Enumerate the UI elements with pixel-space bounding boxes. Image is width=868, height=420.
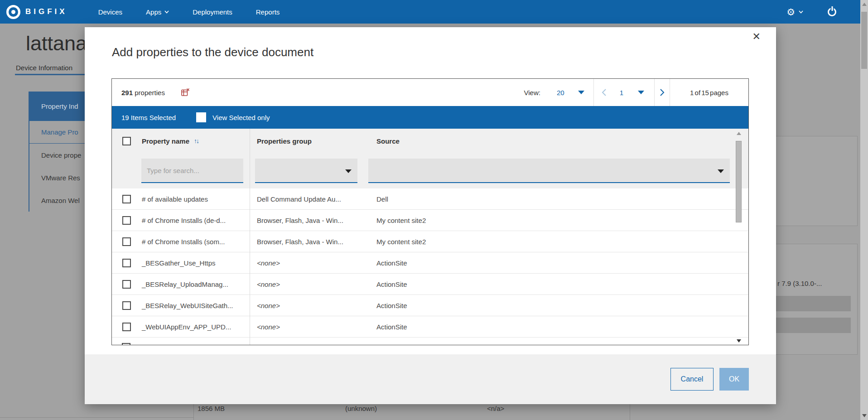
column-header-properties-group: Properties group [250, 137, 368, 145]
sort-icon[interactable]: ↑↓ [194, 137, 198, 145]
row-checkbox[interactable] [122, 259, 131, 267]
logout-power-icon[interactable] [828, 8, 836, 16]
properties-group: Browser, Flash, Java - Win... [250, 217, 368, 224]
row-checkbox[interactable] [122, 280, 131, 289]
properties-count-label: properties [135, 89, 165, 97]
background-value-unknown: (unknown) [345, 405, 377, 412]
property-name: _WebUIAppEnv_APP_UPD... [142, 323, 231, 331]
tab-device-information: Device Information [16, 64, 72, 72]
ok-button[interactable]: OK [719, 368, 749, 391]
table-scrollbar-thumb[interactable] [736, 141, 742, 222]
source: ActionSite [368, 280, 748, 288]
table-row[interactable]: _BESRelay_WebUISiteGath... <none> Action… [112, 295, 748, 316]
background-sidebar: Property Ind Manage Pro Device prope VMw… [29, 92, 85, 212]
table-body: # of available updates Dell Command Upda… [112, 188, 748, 345]
properties-group: Dell Command Update Au... [250, 195, 368, 203]
row-checkbox[interactable] [122, 216, 131, 225]
background-panel-right: r 7.9 (3.10.0-... [776, 244, 858, 355]
background-bar [776, 296, 851, 311]
view-label: View: [524, 89, 540, 97]
row-checkbox[interactable] [122, 323, 131, 331]
clear-table-icon[interactable] [181, 88, 190, 97]
row-checkbox [122, 343, 130, 345]
table-row[interactable]: # of Chrome Installs (de-d... Browser, F… [112, 210, 748, 231]
view-selected-only-checkbox[interactable] [196, 112, 206, 122]
search-input[interactable] [141, 159, 243, 183]
chevron-down-icon [718, 169, 724, 173]
column-header-source: Source [368, 137, 748, 145]
chevron-down-icon [799, 10, 803, 14]
table-filter-row [112, 153, 748, 188]
property-name: # of available updates [142, 195, 208, 203]
source: Dell [368, 195, 748, 203]
page-size-value: 20 [557, 89, 564, 97]
prev-page-button[interactable] [594, 79, 614, 106]
property-name: _BESRelay_WebUISiteGath... [142, 302, 233, 309]
source: ActionSite [368, 259, 748, 267]
nav-item-devices[interactable]: Devices [87, 0, 134, 24]
column-header-property-name: Property name [142, 137, 189, 145]
browser-scrollbar[interactable] [860, 0, 868, 420]
background-divider [193, 403, 194, 420]
cancel-button[interactable]: Cancel [670, 368, 714, 391]
nav-menu: Devices Apps Deployments Reports [87, 0, 292, 24]
dialog-footer: Cancel OK [85, 354, 776, 404]
properties-count: 291 properties [121, 89, 165, 97]
table-row[interactable]: # of Chrome Installs (som... Browser, Fl… [112, 231, 748, 252]
chevron-down-icon [578, 91, 584, 94]
scroll-up-arrow-icon[interactable] [737, 132, 741, 135]
dialog-title: Add properties to the device document [112, 45, 313, 59]
view-selected-only-label[interactable]: View Selected only [212, 114, 270, 121]
sidebar-item-device-properties: Device prope [29, 144, 85, 166]
chevron-down-icon [345, 169, 352, 173]
bigfix-logo-icon [6, 5, 20, 19]
brand-name: BIGFIX [25, 7, 68, 16]
properties-group: <none> [250, 323, 368, 331]
gear-icon: ⚙ [786, 7, 795, 17]
settings-menu[interactable]: ⚙ [786, 7, 803, 17]
source-filter-dropdown[interactable] [368, 159, 730, 183]
table-toolbar: 291 properties View: 20 [112, 79, 748, 106]
property-name: _BESRelay_UploadManag... [142, 280, 228, 288]
table-scrollbar[interactable] [736, 131, 742, 344]
device-page-title: lattana [26, 32, 87, 55]
background-divider [630, 403, 630, 420]
page-size-select[interactable]: 20 [557, 89, 584, 97]
source: My content site2 [368, 238, 748, 246]
background-value-ram: 1856 MB [198, 405, 225, 412]
browser-scrollbar-thumb[interactable] [861, 12, 867, 69]
current-page-select[interactable]: 1 [614, 89, 654, 97]
select-all-checkbox[interactable] [122, 137, 131, 145]
properties-group: <none> [250, 259, 368, 267]
table-row[interactable]: _WebUIAppEnv_APP_UPD... <none> ActionSit… [112, 316, 748, 338]
close-icon[interactable]: ✕ [752, 32, 761, 42]
nav-item-deployments[interactable]: Deployments [181, 0, 244, 24]
property-name: # of Chrome Installs (som... [142, 238, 225, 246]
current-page-value: 1 [620, 89, 623, 97]
scroll-up-arrow-icon[interactable] [862, 3, 867, 6]
properties-group: Browser, Flash, Java - Win... [250, 238, 368, 246]
page-count-text: 1 of 15 pages [670, 89, 748, 97]
source: ActionSite [368, 302, 748, 309]
background-value-na: <n/a> [487, 405, 504, 412]
table-row[interactable]: _BESGather_Use_Https <none> ActionSite [112, 252, 748, 274]
properties-count-number: 291 [121, 89, 133, 97]
row-checkbox[interactable] [122, 237, 131, 246]
scroll-down-arrow-icon[interactable] [737, 339, 741, 343]
row-checkbox[interactable] [122, 301, 131, 310]
nav-item-apps[interactable]: Apps [134, 0, 181, 24]
row-checkbox[interactable] [122, 195, 131, 203]
properties-group: <none> [250, 280, 368, 288]
sidebar-item-property-index: Property Ind [29, 92, 85, 121]
scroll-down-arrow-icon[interactable] [862, 414, 867, 417]
nav-item-reports[interactable]: Reports [244, 0, 292, 24]
property-name: _BESGather_Use_Https [142, 259, 216, 267]
sidebar-item-amazon: Amazon Wel [29, 189, 85, 212]
add-properties-dialog: ✕ Add properties to the device document … [85, 27, 776, 404]
background-bar [776, 318, 851, 333]
next-page-button[interactable] [655, 79, 670, 106]
properties-group-filter-dropdown[interactable] [255, 159, 357, 183]
table-row[interactable]: _BESRelay_UploadManag... <none> ActionSi… [112, 274, 748, 295]
table-row[interactable]: # of available updates Dell Command Upda… [112, 188, 748, 210]
sidebar-item-manage-properties: Manage Pro [29, 121, 85, 144]
